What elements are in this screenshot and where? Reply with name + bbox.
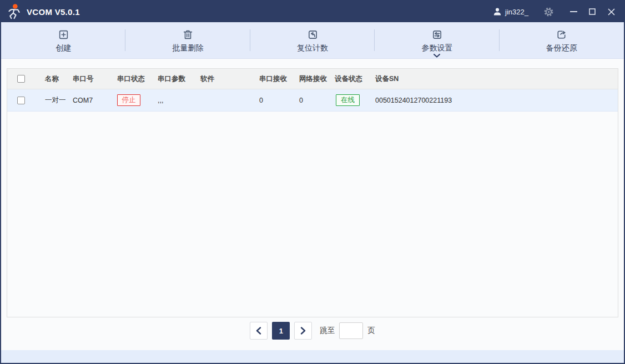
cell-serial-received: 0 <box>256 97 295 104</box>
user-account[interactable]: jin322_ <box>493 7 528 16</box>
cell-com-port: COM7 <box>73 97 117 104</box>
header-software: 软件 <box>200 74 256 84</box>
backup-restore-icon <box>556 29 567 41</box>
app-title: VCOM V5.0.1 <box>27 7 80 17</box>
batch-delete-button[interactable]: 批量删除 <box>125 22 250 58</box>
param-settings-label: 参数设置 <box>421 43 452 53</box>
cell-port-status: 停止 <box>117 94 158 106</box>
main-content: 名称 串口号 串口状态 串口参数 软件 串口接收 网络接收 设备状态 设备SN … <box>1 59 624 350</box>
jump-to-label: 跳至 <box>320 326 335 336</box>
backup-restore-button[interactable]: 备份还原 <box>500 22 624 58</box>
header-port-status: 串口状态 <box>117 74 158 84</box>
cell-network-received: 0 <box>295 97 335 104</box>
title-bar: VCOM V5.0.1 jin322_ <box>1 1 624 22</box>
chevron-right-icon <box>300 327 306 335</box>
batch-delete-label: 批量删除 <box>173 43 204 53</box>
user-icon <box>493 7 502 16</box>
page-unit-label: 页 <box>367 326 375 336</box>
cell-port-params: ,,, <box>158 97 200 104</box>
param-settings-icon <box>431 29 443 41</box>
status-badge-online: 在线 <box>336 94 360 106</box>
chevron-down-icon[interactable] <box>434 54 440 58</box>
cell-device-status: 在线 <box>335 94 375 106</box>
header-device-status: 设备状态 <box>335 74 375 84</box>
status-badge-stopped: 停止 <box>117 94 140 106</box>
prev-page-button[interactable] <box>250 322 268 340</box>
toolbar: 创建 批量删除 复位计数 <box>1 22 624 59</box>
param-settings-button[interactable]: 参数设置 <box>375 22 499 58</box>
status-bar <box>1 350 624 363</box>
close-icon <box>608 8 615 16</box>
plus-square-icon <box>58 29 69 41</box>
row-checkbox[interactable] <box>17 97 25 104</box>
device-table: 名称 串口号 串口状态 串口参数 软件 串口接收 网络接收 设备状态 设备SN … <box>7 68 618 317</box>
page-jump-input[interactable] <box>339 322 363 339</box>
reset-count-button[interactable]: 复位计数 <box>250 22 375 58</box>
next-page-button[interactable] <box>294 322 312 340</box>
trash-icon <box>182 29 194 41</box>
close-button[interactable] <box>602 1 621 22</box>
header-port-params: 串口参数 <box>158 74 200 84</box>
header-device-sn: 设备SN <box>375 74 618 84</box>
reset-count-icon <box>307 29 319 41</box>
header-network-received: 网络接收 <box>295 74 335 84</box>
settings-gear-icon[interactable] <box>541 4 556 19</box>
table-header-row: 名称 串口号 串口状态 串口参数 软件 串口接收 网络接收 设备状态 设备SN <box>7 69 618 89</box>
backup-restore-label: 备份还原 <box>546 43 577 53</box>
minimize-icon <box>570 11 577 12</box>
app-window: VCOM V5.0.1 jin322_ <box>0 0 625 364</box>
chevron-left-icon <box>255 327 262 335</box>
pagination: 1 跳至 页 <box>1 322 624 340</box>
create-label: 创建 <box>56 43 71 53</box>
minimize-button[interactable] <box>564 1 583 22</box>
user-name: jin322_ <box>505 8 528 16</box>
create-button[interactable]: 创建 <box>1 22 125 58</box>
cell-device-sn: 00501524012700221193 <box>375 97 618 104</box>
cell-name: 一对一 <box>45 95 73 105</box>
header-serial-received: 串口接收 <box>256 74 295 84</box>
maximize-button[interactable] <box>583 1 602 22</box>
header-com-port: 串口号 <box>73 74 117 84</box>
row-select-cell <box>7 97 45 104</box>
table-row[interactable]: 一对一 COM7 停止 ,,, 0 0 在线 00501524012700221… <box>7 89 618 112</box>
current-page-button[interactable]: 1 <box>272 322 290 340</box>
select-all-cell <box>7 75 45 83</box>
app-logo-icon <box>7 3 22 21</box>
reset-count-label: 复位计数 <box>297 43 328 53</box>
select-all-checkbox[interactable] <box>17 75 25 83</box>
header-name: 名称 <box>45 74 73 84</box>
maximize-icon <box>589 8 596 15</box>
